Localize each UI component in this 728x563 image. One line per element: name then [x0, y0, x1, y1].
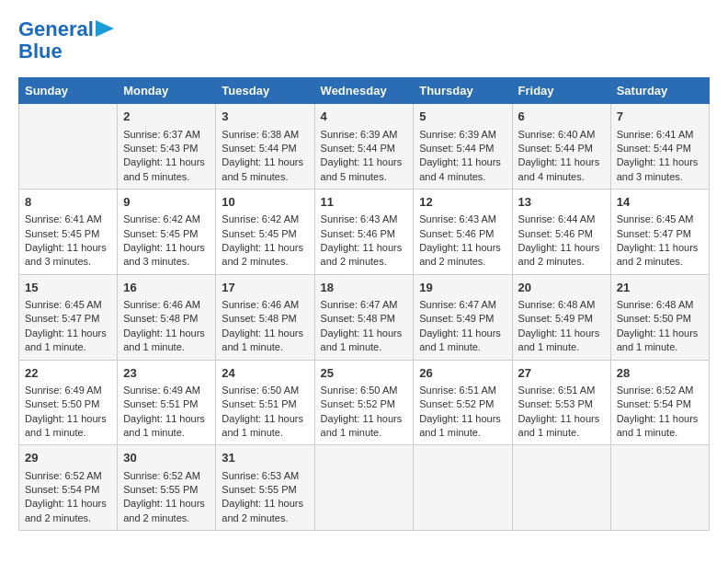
calendar-day-15: 15Sunrise: 6:45 AMSunset: 5:47 PMDayligh…: [19, 274, 118, 360]
page-header: GeneralBlue: [18, 18, 710, 63]
day-number: 2: [123, 109, 210, 125]
calendar-day-20: 20Sunrise: 6:48 AMSunset: 5:49 PMDayligh…: [512, 274, 610, 360]
day-info: and 1 minute.: [123, 340, 210, 354]
day-number: 19: [419, 280, 506, 296]
day-info: Sunset: 5:49 PM: [518, 312, 605, 326]
calendar-table: SundayMondayTuesdayWednesdayThursdayFrid…: [18, 77, 710, 531]
day-info: Sunset: 5:53 PM: [518, 397, 605, 411]
column-header-monday: Monday: [118, 78, 216, 104]
day-info: Daylight: 11 hours: [123, 241, 210, 255]
day-info: Sunrise: 6:46 AM: [222, 298, 308, 312]
day-number: 31: [222, 450, 308, 466]
day-info: Daylight: 11 hours: [518, 241, 605, 255]
day-info: Daylight: 11 hours: [321, 155, 408, 169]
day-number: 18: [321, 280, 408, 296]
calendar-day-4: 4Sunrise: 6:39 AMSunset: 5:44 PMDaylight…: [314, 104, 414, 190]
svg-marker-0: [96, 20, 114, 37]
day-number: 13: [518, 194, 605, 211]
day-info: and 1 minute.: [123, 426, 210, 440]
day-info: Sunset: 5:49 PM: [419, 312, 506, 326]
calendar-day-18: 18Sunrise: 6:47 AMSunset: 5:48 PMDayligh…: [314, 274, 414, 360]
day-info: Sunset: 5:44 PM: [419, 142, 506, 155]
day-info: Daylight: 11 hours: [222, 155, 308, 169]
calendar-day-31: 31Sunrise: 6:53 AMSunset: 5:55 PMDayligh…: [216, 445, 314, 531]
day-number: 7: [617, 109, 703, 125]
day-info: Sunrise: 6:38 AM: [222, 128, 308, 142]
day-number: 24: [222, 365, 308, 382]
day-info: Sunrise: 6:48 AM: [518, 298, 605, 312]
day-info: Daylight: 11 hours: [518, 327, 605, 340]
day-info: Sunrise: 6:43 AM: [419, 213, 506, 226]
calendar-day-7: 7Sunrise: 6:41 AMSunset: 5:44 PMDaylight…: [610, 104, 709, 190]
day-info: Daylight: 11 hours: [321, 412, 408, 426]
day-number: 21: [617, 280, 703, 296]
day-number: 14: [617, 194, 703, 211]
day-info: and 1 minute.: [222, 340, 308, 354]
logo: GeneralBlue: [18, 18, 94, 63]
calendar-day-21: 21Sunrise: 6:48 AMSunset: 5:50 PMDayligh…: [610, 274, 709, 360]
day-info: and 4 minutes.: [518, 170, 605, 184]
day-info: Sunset: 5:51 PM: [222, 397, 308, 411]
calendar-day-10: 10Sunrise: 6:42 AMSunset: 5:45 PMDayligh…: [216, 190, 314, 275]
day-info: Sunset: 5:54 PM: [25, 483, 111, 497]
day-info: Daylight: 11 hours: [222, 241, 308, 255]
calendar-day-8: 8Sunrise: 6:41 AMSunset: 5:45 PMDaylight…: [19, 190, 118, 275]
day-number: 6: [518, 109, 605, 125]
empty-cell: [414, 445, 512, 531]
day-number: 15: [25, 280, 111, 296]
day-info: and 3 minutes.: [123, 255, 210, 269]
day-info: Sunrise: 6:45 AM: [617, 213, 703, 226]
day-info: and 2 minutes.: [123, 511, 210, 525]
day-info: Daylight: 11 hours: [123, 497, 210, 511]
day-info: and 1 minute.: [518, 426, 605, 440]
day-info: and 1 minute.: [419, 340, 506, 354]
day-info: and 2 minutes.: [617, 255, 703, 269]
day-number: 11: [321, 194, 408, 211]
day-info: Daylight: 11 hours: [617, 412, 703, 426]
column-header-sunday: Sunday: [19, 78, 118, 104]
day-info: Sunset: 5:44 PM: [617, 142, 703, 155]
calendar-week-4: 29Sunrise: 6:52 AMSunset: 5:54 PMDayligh…: [19, 445, 710, 531]
day-info: Daylight: 11 hours: [25, 412, 111, 426]
day-info: Sunrise: 6:39 AM: [419, 128, 506, 142]
day-info: Sunrise: 6:50 AM: [321, 384, 408, 397]
day-info: Daylight: 11 hours: [617, 155, 703, 169]
day-info: Sunrise: 6:46 AM: [123, 298, 210, 312]
calendar-day-30: 30Sunrise: 6:52 AMSunset: 5:55 PMDayligh…: [118, 445, 216, 531]
empty-cell: [610, 445, 709, 531]
calendar-day-17: 17Sunrise: 6:46 AMSunset: 5:48 PMDayligh…: [216, 274, 314, 360]
day-number: 29: [25, 450, 111, 466]
day-number: 30: [123, 450, 210, 466]
calendar-day-26: 26Sunrise: 6:51 AMSunset: 5:52 PMDayligh…: [414, 360, 512, 445]
day-info: and 2 minutes.: [25, 511, 111, 525]
day-number: 28: [617, 365, 703, 382]
day-info: and 1 minute.: [518, 340, 605, 354]
column-header-friday: Friday: [512, 78, 610, 104]
day-info: Sunset: 5:52 PM: [321, 397, 408, 411]
calendar-day-2: 2Sunrise: 6:37 AMSunset: 5:43 PMDaylight…: [118, 104, 216, 190]
logo-text: GeneralBlue: [18, 17, 94, 63]
day-info: Sunset: 5:44 PM: [321, 142, 408, 155]
day-info: and 3 minutes.: [25, 255, 111, 269]
calendar-day-28: 28Sunrise: 6:52 AMSunset: 5:54 PMDayligh…: [610, 360, 709, 445]
day-info: Daylight: 11 hours: [123, 327, 210, 340]
day-info: Daylight: 11 hours: [617, 241, 703, 255]
day-info: Sunset: 5:46 PM: [419, 227, 506, 241]
calendar-day-11: 11Sunrise: 6:43 AMSunset: 5:46 PMDayligh…: [314, 190, 414, 275]
empty-cell: [314, 445, 414, 531]
day-info: Sunrise: 6:42 AM: [222, 213, 308, 226]
day-info: Sunset: 5:43 PM: [123, 142, 210, 155]
day-info: and 5 minutes.: [123, 170, 210, 184]
calendar-week-2: 15Sunrise: 6:45 AMSunset: 5:47 PMDayligh…: [19, 274, 710, 360]
day-info: Sunset: 5:47 PM: [617, 227, 703, 241]
day-info: Sunset: 5:48 PM: [222, 312, 308, 326]
day-info: Sunset: 5:55 PM: [222, 483, 308, 497]
day-info: Sunrise: 6:52 AM: [123, 469, 210, 483]
day-info: Sunrise: 6:51 AM: [419, 384, 506, 397]
calendar-day-24: 24Sunrise: 6:50 AMSunset: 5:51 PMDayligh…: [216, 360, 314, 445]
calendar-day-13: 13Sunrise: 6:44 AMSunset: 5:46 PMDayligh…: [512, 190, 610, 275]
day-info: and 2 minutes.: [419, 255, 506, 269]
day-info: Sunset: 5:48 PM: [123, 312, 210, 326]
day-info: and 1 minute.: [419, 426, 506, 440]
day-info: and 1 minute.: [222, 426, 308, 440]
